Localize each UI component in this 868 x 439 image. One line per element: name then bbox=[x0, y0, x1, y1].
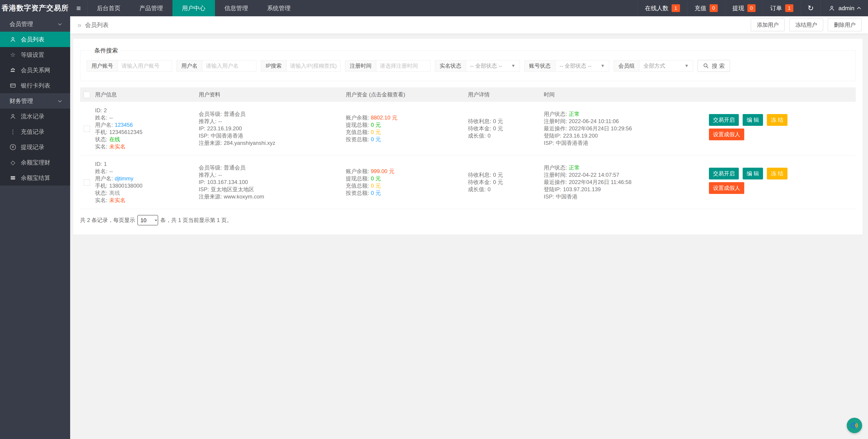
cell-user-detail: 待收利息:0 元 待收本金:0 元 成长值:0 bbox=[466, 155, 541, 209]
sidebar-item-member-list[interactable]: 会员列表 bbox=[0, 32, 70, 47]
cell-actions: 交易开启 编 辑 冻 结 设置成假人 bbox=[707, 102, 856, 155]
stat-label: 在线人数 bbox=[645, 4, 669, 12]
admin-dropdown[interactable]: admin bbox=[820, 0, 868, 16]
invest-amount[interactable]: 0 元 bbox=[371, 190, 381, 196]
page-size-select[interactable]: 10 bbox=[137, 215, 158, 225]
sidebar-item-bank-cards[interactable]: 银行卡列表 bbox=[0, 78, 70, 93]
balance-amount[interactable]: 8802.10 元 bbox=[371, 115, 397, 121]
add-user-button[interactable]: 添加用户 bbox=[751, 19, 785, 31]
sidebar-item-yuebao-invest[interactable]: ◇ 余额宝理财 bbox=[0, 155, 70, 170]
menu-item-system[interactable]: 系统管理 bbox=[257, 0, 300, 16]
cell-user-info: ID:2 姓名:-- 用户名:123456 手机:12345612345 状态:… bbox=[93, 102, 196, 155]
star-icon: ☆ bbox=[9, 51, 16, 58]
search-button[interactable]: 搜 索 bbox=[698, 60, 730, 72]
trade-toggle-button[interactable]: 交易开启 bbox=[709, 168, 739, 180]
member-group-select[interactable]: 全部方式 ▼ bbox=[639, 60, 693, 71]
user-status: 正常 bbox=[569, 164, 580, 170]
cell-user-detail: 待收利息:0 元 待收本金:0 元 成长值:0 bbox=[466, 102, 541, 155]
voice-broadcast-button[interactable] bbox=[847, 418, 862, 433]
sidebar-group-members[interactable]: 会员管理 bbox=[0, 16, 70, 32]
search-panel-title: 条件搜索 bbox=[91, 46, 121, 55]
row-checkbox[interactable] bbox=[84, 179, 90, 186]
sidebar-group-finance[interactable]: 财务管理 bbox=[0, 93, 70, 108]
admin-username: admin bbox=[838, 5, 855, 12]
sidebar-item-member-network[interactable]: 会员关系网 bbox=[0, 62, 70, 78]
edit-button[interactable]: 编 辑 bbox=[743, 114, 763, 126]
register-time-input[interactable] bbox=[376, 60, 430, 71]
username-input[interactable] bbox=[202, 60, 256, 71]
pagination-prefix: 共 2 条记录，每页显示 bbox=[80, 217, 135, 224]
online-status: 在线 bbox=[109, 136, 120, 142]
trade-toggle-button[interactable]: 交易开启 bbox=[709, 114, 739, 126]
main-menu: ≡ 后台首页 产品管理 用户中心 信息管理 系统管理 bbox=[70, 0, 300, 16]
sidebar-item-level-settings[interactable]: ☆ 等级设置 bbox=[0, 47, 70, 62]
stat-online-users[interactable]: 在线人数 1 bbox=[638, 0, 687, 16]
pagination-suffix: 条，共 1 页当前显示第 1 页。 bbox=[160, 217, 232, 224]
account-status-select[interactable]: -- 全部状态 -- ▼ bbox=[555, 60, 609, 71]
hamburger-icon[interactable]: ≡ bbox=[70, 0, 87, 16]
search-group-account: 用户账号 bbox=[87, 60, 172, 71]
top-navbar: 香港数字资产交易所 ≡ 后台首页 产品管理 用户中心 信息管理 系统管理 在线人… bbox=[0, 0, 868, 16]
user-status: 正常 bbox=[569, 111, 580, 117]
sidebar-item-recharge-records[interactable]: ⋮ 充值记录 bbox=[0, 124, 70, 139]
refresh-icon[interactable]: ↻ bbox=[801, 0, 820, 16]
row-checkbox[interactable] bbox=[84, 126, 90, 132]
delete-user-button[interactable]: 删除用户 bbox=[828, 19, 862, 31]
user-icon bbox=[828, 5, 835, 11]
freeze-user-button[interactable]: 冻结用户 bbox=[789, 19, 823, 31]
stat-withdraw[interactable]: 提现 0 bbox=[725, 0, 763, 16]
breadcrumb-bar: » 会员列表 添加用户 冻结用户 删除用户 bbox=[70, 16, 868, 33]
username-link[interactable]: djtimmy bbox=[115, 176, 133, 182]
search-panel: 条件搜索 用户账号 用户名 IP搜索 注册时间 bbox=[80, 46, 856, 81]
sidebar: 会员管理 会员列表 ☆ 等级设置 会员关系网 bbox=[0, 16, 70, 439]
status-badge: 0 bbox=[747, 4, 755, 12]
cell-actions: 交易开启 编 辑 冻 结 设置成假人 bbox=[707, 155, 856, 209]
col-user-profile: 用户资料 bbox=[196, 87, 343, 102]
online-status: 离线 bbox=[109, 190, 120, 196]
freeze-button[interactable]: 冻 结 bbox=[767, 114, 787, 126]
cell-time: 用户状态:正常 注册时间:2022-04-22 14:07:57 最近操作:20… bbox=[541, 155, 707, 209]
username-link[interactable]: 123456 bbox=[115, 122, 133, 128]
set-fake-user-button[interactable]: 设置成假人 bbox=[709, 128, 744, 140]
menu-item-home[interactable]: 后台首页 bbox=[87, 0, 130, 16]
balance-amount[interactable]: 999.00 元 bbox=[371, 168, 394, 174]
sidebar-item-flow-records[interactable]: 流水记录 bbox=[0, 108, 70, 124]
sidebar-item-withdraw-records[interactable]: ¥ 提现记录 bbox=[0, 139, 70, 155]
menu-item-user-center[interactable]: 用户中心 bbox=[173, 0, 215, 16]
select-all-checkbox[interactable] bbox=[84, 92, 90, 98]
stat-recharge[interactable]: 充值 0 bbox=[687, 0, 725, 16]
realname-status-select[interactable]: -- 全部状态 -- ▼ bbox=[466, 60, 520, 71]
withdraw-amount[interactable]: 0 元 bbox=[371, 122, 381, 128]
search-icon bbox=[703, 63, 709, 69]
invest-amount[interactable]: 0 元 bbox=[371, 136, 381, 142]
chevron-down-icon bbox=[58, 22, 62, 25]
search-group-regtime: 注册时间 bbox=[345, 60, 430, 71]
dropdown-arrow-icon: ▼ bbox=[684, 63, 689, 68]
users-icon bbox=[9, 67, 16, 73]
stat-orders[interactable]: 订单 1 bbox=[763, 0, 801, 16]
speaker-icon bbox=[850, 421, 859, 430]
recharge-amount[interactable]: 0 元 bbox=[371, 183, 381, 189]
realname-status: 未实名 bbox=[109, 197, 126, 203]
cell-user-info: ID:1 姓名:-- 用户名:djtimmy 手机:13800138000 状态… bbox=[93, 155, 196, 209]
ip-search-input[interactable] bbox=[286, 60, 341, 71]
table-row: ID:1 姓名:-- 用户名:djtimmy 手机:13800138000 状态… bbox=[80, 155, 856, 209]
cell-time: 用户状态:正常 注册时间:2022-06-24 10:11:06 最近操作:20… bbox=[541, 102, 707, 155]
freeze-button[interactable]: 冻 结 bbox=[767, 168, 787, 180]
col-user-funds: 用户资金 (点击金额查看) bbox=[343, 87, 466, 102]
account-input[interactable] bbox=[118, 60, 172, 71]
col-user-detail: 用户详情 bbox=[466, 87, 541, 102]
server-icon bbox=[9, 175, 16, 181]
menu-item-info[interactable]: 信息管理 bbox=[215, 0, 257, 16]
withdraw-amount[interactable]: 0 元 bbox=[371, 176, 381, 182]
cell-user-profile: 会员等级:普通会员 推荐人:-- IP:103.167.134.100 ISP:… bbox=[196, 155, 343, 209]
edit-button[interactable]: 编 辑 bbox=[743, 168, 763, 180]
menu-item-products[interactable]: 产品管理 bbox=[130, 0, 173, 16]
set-fake-user-button[interactable]: 设置成假人 bbox=[709, 182, 744, 194]
recharge-amount[interactable]: 0 元 bbox=[371, 129, 381, 135]
page-actions: 添加用户 冻结用户 删除用户 bbox=[751, 19, 862, 31]
sidebar-item-yuebao-settle[interactable]: 余额宝结算 bbox=[0, 170, 70, 186]
search-group-realname-status: 实名状态 -- 全部状态 -- ▼ bbox=[435, 60, 520, 71]
caret-up-icon bbox=[857, 7, 861, 11]
main-content: » 会员列表 添加用户 冻结用户 删除用户 条件搜索 用户账号 用户名 IP搜索 bbox=[70, 0, 868, 234]
